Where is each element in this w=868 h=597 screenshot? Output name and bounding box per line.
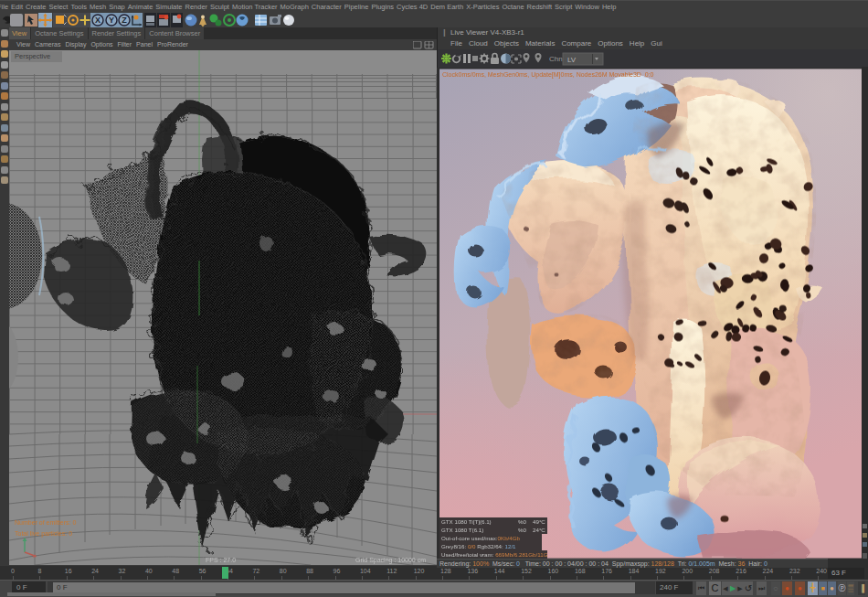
svg-text:X: X (95, 16, 101, 25)
svg-text:LV: LV (567, 56, 577, 64)
svg-text:Chn:: Chn: (549, 55, 565, 63)
svg-text:Z: Z (122, 16, 127, 25)
svg-text:Y: Y (109, 16, 114, 25)
